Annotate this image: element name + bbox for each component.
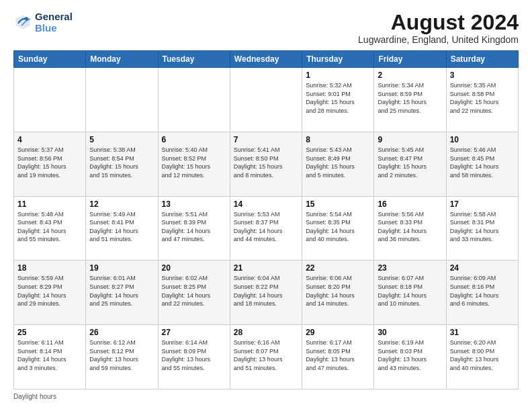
day-number: 19	[89, 263, 154, 273]
day-cell	[230, 68, 302, 132]
day-cell: 9Sunrise: 5:45 AM Sunset: 8:47 PM Daylig…	[374, 132, 446, 196]
day-cell: 27Sunrise: 6:14 AM Sunset: 8:09 PM Dayli…	[158, 325, 230, 390]
day-cell: 8Sunrise: 5:43 AM Sunset: 8:49 PM Daylig…	[302, 132, 374, 196]
day-number: 25	[17, 328, 82, 337]
day-number: 28	[234, 328, 298, 337]
day-header: Tuesday	[158, 51, 230, 68]
day-cell	[86, 68, 158, 132]
day-cell: 26Sunrise: 6:12 AM Sunset: 8:12 PM Dayli…	[86, 325, 158, 390]
day-header: Thursday	[302, 51, 374, 68]
logo-icon	[13, 13, 32, 32]
day-header: Monday	[86, 51, 158, 68]
title-block: August 2024 Lugwardine, England, United …	[358, 11, 519, 45]
day-number: 14	[234, 199, 298, 209]
day-cell: 14Sunrise: 5:53 AM Sunset: 8:37 PM Dayli…	[230, 196, 302, 261]
day-number: 18	[17, 263, 82, 273]
day-number: 16	[378, 199, 442, 209]
day-cell: 18Sunrise: 5:59 AM Sunset: 8:29 PM Dayli…	[14, 261, 86, 325]
week-row: 1Sunrise: 5:32 AM Sunset: 9:01 PM Daylig…	[14, 68, 519, 132]
day-cell	[14, 68, 86, 132]
day-cell: 12Sunrise: 5:49 AM Sunset: 8:41 PM Dayli…	[86, 196, 158, 261]
day-info: Sunrise: 5:34 AM Sunset: 8:59 PM Dayligh…	[378, 81, 442, 115]
day-cell: 5Sunrise: 5:38 AM Sunset: 8:54 PM Daylig…	[86, 132, 158, 196]
day-cell: 2Sunrise: 5:34 AM Sunset: 8:59 PM Daylig…	[374, 68, 446, 132]
day-info: Sunrise: 5:59 AM Sunset: 8:29 PM Dayligh…	[17, 274, 82, 308]
day-info: Sunrise: 6:04 AM Sunset: 8:22 PM Dayligh…	[234, 274, 298, 308]
day-cell: 30Sunrise: 6:19 AM Sunset: 8:03 PM Dayli…	[374, 325, 446, 390]
day-cell: 22Sunrise: 6:06 AM Sunset: 8:20 PM Dayli…	[302, 261, 374, 325]
day-cell: 28Sunrise: 6:16 AM Sunset: 8:07 PM Dayli…	[230, 325, 302, 390]
day-number: 24	[450, 263, 515, 273]
day-header: Wednesday	[230, 51, 302, 68]
day-info: Sunrise: 5:41 AM Sunset: 8:50 PM Dayligh…	[234, 146, 298, 179]
day-number: 7	[234, 135, 298, 144]
day-number: 5	[89, 135, 154, 144]
day-number: 31	[450, 328, 515, 337]
day-info: Sunrise: 6:14 AM Sunset: 8:09 PM Dayligh…	[162, 338, 226, 372]
week-row: 11Sunrise: 5:48 AM Sunset: 8:43 PM Dayli…	[14, 196, 519, 261]
day-number: 1	[306, 71, 370, 80]
day-number: 26	[89, 328, 154, 337]
day-info: Sunrise: 5:58 AM Sunset: 8:31 PM Dayligh…	[450, 210, 515, 244]
day-cell: 7Sunrise: 5:41 AM Sunset: 8:50 PM Daylig…	[230, 132, 302, 196]
day-number: 29	[306, 328, 370, 337]
day-info: Sunrise: 6:16 AM Sunset: 8:07 PM Dayligh…	[234, 338, 298, 372]
day-info: Sunrise: 5:32 AM Sunset: 9:01 PM Dayligh…	[306, 81, 370, 115]
day-cell: 4Sunrise: 5:37 AM Sunset: 8:56 PM Daylig…	[14, 132, 86, 196]
day-number: 30	[378, 328, 442, 337]
day-info: Sunrise: 6:17 AM Sunset: 8:05 PM Dayligh…	[306, 338, 370, 372]
page: General Blue August 2024 Lugwardine, Eng…	[0, 0, 532, 411]
logo-text: General Blue	[35, 11, 73, 34]
day-info: Sunrise: 5:35 AM Sunset: 8:58 PM Dayligh…	[450, 81, 515, 115]
location-title: Lugwardine, England, United Kingdom	[358, 34, 519, 45]
day-info: Sunrise: 6:19 AM Sunset: 8:03 PM Dayligh…	[378, 338, 442, 372]
calendar: SundayMondayTuesdayWednesdayThursdayFrid…	[13, 50, 519, 390]
day-header: Sunday	[14, 51, 86, 68]
day-number: 10	[450, 135, 515, 144]
svg-marker-0	[16, 15, 30, 30]
day-number: 6	[162, 135, 226, 144]
day-info: Sunrise: 5:40 AM Sunset: 8:52 PM Dayligh…	[162, 146, 226, 179]
day-cell	[158, 68, 230, 132]
day-cell: 6Sunrise: 5:40 AM Sunset: 8:52 PM Daylig…	[158, 132, 230, 196]
day-info: Sunrise: 6:02 AM Sunset: 8:25 PM Dayligh…	[162, 274, 226, 308]
day-info: Sunrise: 5:53 AM Sunset: 8:37 PM Dayligh…	[234, 210, 298, 244]
header: General Blue August 2024 Lugwardine, Eng…	[13, 11, 519, 45]
day-number: 15	[306, 199, 370, 209]
day-number: 3	[450, 71, 515, 80]
day-cell: 3Sunrise: 5:35 AM Sunset: 8:58 PM Daylig…	[446, 68, 518, 132]
month-title: August 2024	[358, 11, 519, 34]
header-row: SundayMondayTuesdayWednesdayThursdayFrid…	[14, 51, 519, 68]
day-number: 9	[378, 135, 442, 144]
day-cell: 23Sunrise: 6:07 AM Sunset: 8:18 PM Dayli…	[374, 261, 446, 325]
day-number: 20	[162, 263, 226, 273]
logo: General Blue	[13, 11, 73, 34]
day-info: Sunrise: 5:54 AM Sunset: 8:35 PM Dayligh…	[306, 210, 370, 244]
day-info: Sunrise: 5:46 AM Sunset: 8:45 PM Dayligh…	[450, 146, 515, 179]
day-info: Sunrise: 5:45 AM Sunset: 8:47 PM Dayligh…	[378, 146, 442, 179]
day-number: 17	[450, 199, 515, 209]
day-info: Sunrise: 6:11 AM Sunset: 8:14 PM Dayligh…	[17, 338, 82, 372]
week-row: 4Sunrise: 5:37 AM Sunset: 8:56 PM Daylig…	[14, 132, 519, 196]
day-cell: 25Sunrise: 6:11 AM Sunset: 8:14 PM Dayli…	[14, 325, 86, 390]
day-info: Sunrise: 5:48 AM Sunset: 8:43 PM Dayligh…	[17, 210, 82, 244]
day-info: Sunrise: 6:07 AM Sunset: 8:18 PM Dayligh…	[378, 274, 442, 308]
day-info: Sunrise: 6:06 AM Sunset: 8:20 PM Dayligh…	[306, 274, 370, 308]
day-cell: 21Sunrise: 6:04 AM Sunset: 8:22 PM Dayli…	[230, 261, 302, 325]
day-number: 13	[162, 199, 226, 209]
day-number: 22	[306, 263, 370, 273]
week-row: 25Sunrise: 6:11 AM Sunset: 8:14 PM Dayli…	[14, 325, 519, 390]
day-cell: 11Sunrise: 5:48 AM Sunset: 8:43 PM Dayli…	[14, 196, 86, 261]
day-cell: 10Sunrise: 5:46 AM Sunset: 8:45 PM Dayli…	[446, 132, 518, 196]
day-cell: 31Sunrise: 6:20 AM Sunset: 8:00 PM Dayli…	[446, 325, 518, 390]
day-number: 21	[234, 263, 298, 273]
day-info: Sunrise: 6:12 AM Sunset: 8:12 PM Dayligh…	[89, 338, 154, 372]
day-info: Sunrise: 5:56 AM Sunset: 8:33 PM Dayligh…	[378, 210, 442, 244]
day-info: Sunrise: 6:01 AM Sunset: 8:27 PM Dayligh…	[89, 274, 154, 308]
day-cell: 17Sunrise: 5:58 AM Sunset: 8:31 PM Dayli…	[446, 196, 518, 261]
day-cell: 1Sunrise: 5:32 AM Sunset: 9:01 PM Daylig…	[302, 68, 374, 132]
day-info: Sunrise: 6:20 AM Sunset: 8:00 PM Dayligh…	[450, 338, 515, 372]
footer-text: Daylight hours	[13, 393, 56, 400]
day-number: 12	[89, 199, 154, 209]
footer: Daylight hours	[13, 393, 519, 400]
